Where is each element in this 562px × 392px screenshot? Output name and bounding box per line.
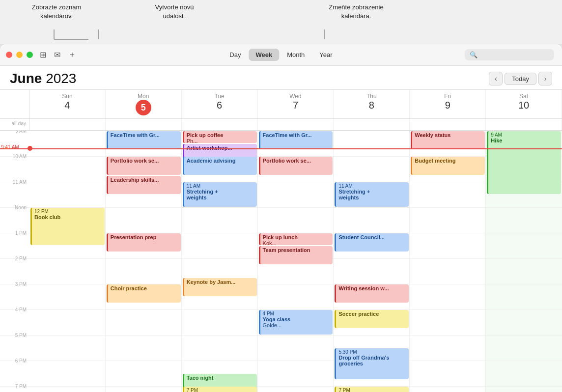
- day-cell-d3-h3: [258, 207, 334, 233]
- day-num-4: 4: [64, 100, 70, 111]
- day-cell-d2-h8: [182, 335, 258, 361]
- day-cell-d0-h7: [29, 309, 106, 335]
- inbox-icon[interactable]: ✉: [54, 50, 60, 59]
- day-cell-d0-h6: [29, 284, 106, 309]
- day-cell-d5-h7: [410, 309, 486, 335]
- view-year-button[interactable]: Year: [312, 49, 339, 61]
- view-month-button[interactable]: Month: [280, 49, 311, 61]
- day-cell-d1-h8: [106, 335, 182, 361]
- event-e3[interactable]: FaceTime with Gr...: [259, 131, 333, 149]
- day-num-5: 5: [136, 100, 151, 115]
- day-cell-d1-h3: [106, 207, 182, 233]
- day-cell-d0-h8: [29, 335, 106, 361]
- day-cell-d2-h7: [182, 309, 258, 335]
- day-cell-d1-h7: [106, 309, 182, 335]
- minimize-button[interactable]: [16, 52, 23, 58]
- time-label-2: 11 AM: [0, 182, 29, 207]
- event-e12[interactable]: 11 AMStretching +weights: [183, 182, 257, 207]
- event-title: Portfolio work se...: [111, 158, 178, 164]
- event-e25[interactable]: 5:30 PMDrop off Grandma'sgroceries: [335, 348, 409, 379]
- event-e14[interactable]: 12 PMBook club: [30, 208, 105, 245]
- time-text-10: 7 PM: [15, 384, 27, 389]
- calendar-list-icon[interactable]: ⊞: [40, 50, 46, 59]
- day-header-thu: Thu 8: [334, 90, 410, 118]
- today-button[interactable]: Today: [505, 73, 536, 85]
- time-text-0: 9 AM: [15, 131, 27, 134]
- time-label-0: 9 AM: [0, 131, 29, 156]
- next-button[interactable]: ›: [538, 72, 552, 85]
- event-sub: Kok...: [263, 240, 331, 245]
- all-day-row: all-day: [0, 119, 562, 131]
- day-cell-d2-h3: [182, 207, 258, 233]
- view-day-button[interactable]: Day: [223, 49, 248, 61]
- close-button[interactable]: [6, 52, 12, 58]
- all-day-thu: [334, 119, 410, 130]
- event-e19[interactable]: Keynote by Jasm...: [183, 278, 257, 296]
- time-label-9: 6 PM: [0, 361, 29, 386]
- day-header-wed: Wed 7: [258, 90, 334, 118]
- calendar-header: June 2023 ‹ Today ›: [0, 66, 562, 89]
- time-text-7: 4 PM: [15, 307, 27, 312]
- search-area: 🔍: [465, 49, 554, 60]
- event-title: weights: [338, 195, 406, 200]
- day-cell-d0-h2: [29, 182, 106, 207]
- fullscreen-button[interactable]: [27, 52, 33, 58]
- add-event-icon[interactable]: ＋: [68, 50, 76, 60]
- toolbar-icons: ⊞ ✉ ＋: [40, 50, 76, 60]
- event-e9[interactable]: Portfolio work se...: [259, 157, 333, 175]
- calendar-window: ⊞ ✉ ＋ Day Week Month Year 🔍 June 2023 ‹ …: [0, 44, 562, 392]
- all-day-label: all-day: [0, 119, 29, 130]
- event-time-label: 5:30 PM: [338, 349, 406, 355]
- day-cell-d0-h0: [29, 131, 106, 156]
- event-e17[interactable]: Student Council...: [335, 233, 409, 252]
- event-e23[interactable]: Soccer practice: [335, 310, 409, 328]
- event-e13[interactable]: 11 AMStretching +weights: [335, 182, 409, 207]
- event-title: Yoga class: [263, 316, 331, 322]
- event-title: groceries: [338, 361, 406, 366]
- all-day-sat: [486, 119, 562, 130]
- event-e16[interactable]: Pick up lunch Kok...: [259, 233, 333, 245]
- time-label-6: 3 PM: [0, 284, 29, 309]
- traffic-lights: [6, 52, 33, 58]
- event-e1[interactable]: FaceTime with Gr...: [107, 131, 181, 149]
- search-input[interactable]: [480, 51, 549, 58]
- event-e4[interactable]: Weekly status: [411, 131, 485, 149]
- day-cell-d5-h5: [410, 258, 486, 284]
- event-e27[interactable]: 7 PMHomework help: [335, 387, 409, 392]
- day-cell-d5-h4: [410, 233, 486, 258]
- event-title: Keynote by Jasm...: [187, 279, 254, 285]
- day-name: Mon: [108, 93, 179, 100]
- callout-area: Zobrazte zoznamkalendárov. Vytvorte novú…: [0, 0, 562, 44]
- event-e2[interactable]: Pick up coffee Ph...: [183, 131, 257, 143]
- day-header-mon: Mon 5: [106, 90, 182, 118]
- prev-button[interactable]: ‹: [489, 72, 503, 85]
- day-cell-d4-h3: [334, 207, 410, 233]
- event-e20[interactable]: Choir practice: [107, 284, 181, 303]
- event-title: Budget meeting: [415, 158, 482, 164]
- event-e6[interactable]: 9 AMHike: [487, 131, 561, 194]
- view-week-button[interactable]: Week: [249, 49, 279, 61]
- event-e8[interactable]: Academic advising: [183, 157, 257, 175]
- event-e10[interactable]: Budget meeting: [411, 157, 485, 175]
- event-e11[interactable]: Leadership skills...: [107, 176, 181, 194]
- event-e15[interactable]: Presentation prep: [107, 233, 181, 252]
- time-scroll-area[interactable]: 9 AM 10 AM 11 AM Noon 1 PM 2 PM 3 PM 4 P…: [0, 131, 562, 392]
- day-cell-d6-h8: [486, 335, 562, 361]
- view-switcher: Day Week Month Year: [223, 49, 339, 61]
- event-title: Taco night: [187, 375, 254, 381]
- search-icon: 🔍: [470, 51, 478, 58]
- day-num-10: 10: [518, 100, 529, 111]
- event-e26[interactable]: 7 PMHomework help: [183, 387, 257, 392]
- event-e18[interactable]: Team presentation: [259, 246, 333, 264]
- day-cell-d0-h1: [29, 156, 106, 182]
- day-cell-d5-h3: [410, 207, 486, 233]
- day-cell-d0-h10: [29, 386, 106, 392]
- event-e22[interactable]: 4 PMYoga class Golde...: [259, 310, 333, 335]
- day-cell-d6-h9: [486, 361, 562, 386]
- day-cell-d4-h1: [334, 156, 410, 182]
- event-e21[interactable]: Writing session w...: [335, 284, 409, 303]
- event-e7[interactable]: Portfolio work se...: [107, 157, 181, 175]
- day-header-fri: Fri 9: [410, 90, 486, 118]
- day-cell-d1-h9: [106, 361, 182, 386]
- event-time-label: 7 PM: [338, 388, 406, 392]
